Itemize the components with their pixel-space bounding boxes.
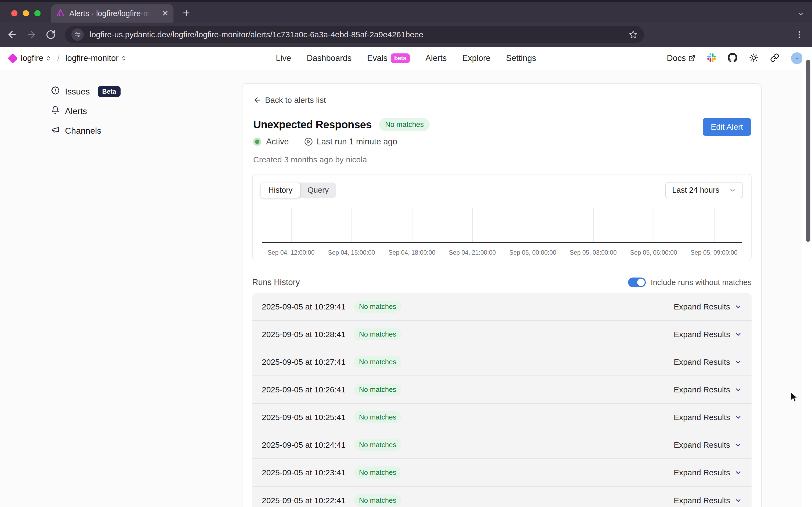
new-tab-button[interactable]: [181, 8, 191, 19]
browser-menu-icon[interactable]: [795, 30, 804, 39]
tab-history[interactable]: History: [261, 182, 300, 198]
browser-tab[interactable]: Alerts · logfire/logfire-monitor ✕: [51, 4, 173, 22]
project-selector[interactable]: logfire-monitor: [65, 53, 127, 63]
nav-alerts[interactable]: Alerts: [425, 53, 446, 63]
expand-results-button[interactable]: Expand Results: [674, 496, 742, 505]
sidebar-beta-badge: Beta: [98, 86, 120, 97]
chevrons-up-down-icon: [45, 55, 51, 61]
nav-label: Settings: [506, 53, 536, 63]
minimize-window-button[interactable]: [23, 10, 29, 16]
maximize-window-button[interactable]: [34, 10, 41, 16]
tab-close-icon[interactable]: ✕: [162, 9, 169, 17]
run-match-badge: No matches: [354, 300, 401, 313]
tab-search-icon[interactable]: [797, 10, 805, 19]
browser-tab-strip: Alerts · logfire/logfire-monitor ✕: [0, 0, 812, 22]
url-text: logfire-us.pydantic.dev/logfire/logfire-…: [90, 30, 629, 39]
nav-beta-badge: beta: [391, 53, 410, 63]
user-avatar[interactable]: -: [791, 52, 803, 64]
theme-sun-icon[interactable]: [749, 53, 758, 63]
window-controls: [11, 10, 41, 16]
expand-results-button[interactable]: Expand Results: [674, 468, 742, 477]
chart-gridline: [714, 208, 714, 242]
expand-results-label: Expand Results: [674, 496, 730, 505]
chart-tick-label: Sep 05, 09:00:00: [690, 249, 737, 256]
edit-alert-button[interactable]: Edit Alert: [703, 118, 751, 136]
run-match-badge: No matches: [354, 384, 401, 396]
forward-button[interactable]: [24, 27, 39, 42]
expand-results-button[interactable]: Expand Results: [674, 413, 742, 422]
expand-results-label: Expand Results: [674, 330, 730, 339]
nav-evals[interactable]: Evalsbeta: [367, 53, 410, 63]
include-runs-toggle[interactable]: [628, 278, 646, 287]
match-status-badge: No matches: [379, 118, 430, 131]
created-by-text: Created 3 months ago by nicola: [253, 155, 367, 164]
org-selector[interactable]: logfire: [21, 53, 51, 63]
expand-results-button[interactable]: Expand Results: [674, 385, 742, 394]
breadcrumb-separator: /: [57, 54, 59, 63]
runs-chart: [262, 208, 742, 243]
slack-icon[interactable]: [707, 53, 716, 63]
expand-results-button[interactable]: Expand Results: [674, 440, 742, 450]
alert-title: Unexpected Responses: [253, 119, 372, 131]
run-match-badge: No matches: [354, 328, 401, 340]
toggle-knob: [637, 279, 645, 286]
app-header: logfire / logfire-monitor LiveDashboards…: [0, 47, 812, 70]
time-range-dropdown[interactable]: Last 24 hours: [665, 182, 743, 199]
docs-label: Docs: [667, 53, 686, 63]
nav-label: Alerts: [425, 53, 446, 63]
nav-label: Explore: [463, 53, 491, 63]
run-row: 2025-09-05 at 10:22:41No matchesExpand R…: [252, 487, 752, 507]
toggle-label: Include runs without matches: [651, 278, 752, 287]
sidebar-item-issues[interactable]: IssuesBeta: [51, 86, 120, 98]
nav-live[interactable]: Live: [276, 53, 291, 63]
chevron-down-icon: [735, 413, 742, 421]
share-link-icon[interactable]: [770, 53, 779, 63]
run-timestamp: 2025-09-05 at 10:28:41: [262, 330, 345, 339]
back-to-alerts-link[interactable]: Back to alerts list: [253, 96, 326, 105]
url-bar[interactable]: logfire-us.pydantic.dev/logfire/logfire-…: [65, 26, 644, 43]
time-range-value: Last 24 hours: [672, 186, 719, 194]
header-actions: Docs -: [667, 52, 803, 64]
external-link-icon: [689, 55, 696, 62]
reload-button[interactable]: [44, 27, 58, 42]
last-run: Last run 1 minute ago: [304, 137, 397, 147]
expand-results-button[interactable]: Expand Results: [674, 357, 742, 367]
close-window-button[interactable]: [11, 10, 17, 16]
logfire-logo-icon[interactable]: [7, 53, 18, 63]
expand-results-label: Expand Results: [674, 413, 730, 422]
bookmark-star-icon[interactable]: [629, 30, 638, 39]
tab-query[interactable]: Query: [300, 182, 336, 198]
docs-link[interactable]: Docs: [667, 53, 696, 63]
chevron-down-icon: [729, 187, 736, 194]
chart-x-axis-ticks: Sep 04, 12:00:00Sep 04, 15:00:00Sep 04, …: [262, 249, 742, 257]
run-row: 2025-09-05 at 10:23:41No matchesExpand R…: [252, 459, 752, 487]
scrollbar-thumb[interactable]: [806, 60, 810, 242]
sidebar-item-channels[interactable]: Channels: [51, 124, 120, 137]
back-button[interactable]: [5, 27, 19, 42]
nav-settings[interactable]: Settings: [506, 53, 536, 63]
run-match-badge: No matches: [354, 466, 401, 478]
nav-explore[interactable]: Explore: [463, 53, 491, 63]
runs-list: 2025-09-05 at 10:29:41No matchesExpand R…: [252, 293, 752, 507]
run-match-badge: No matches: [354, 411, 401, 423]
active-status-dot: [253, 138, 261, 146]
github-icon[interactable]: [728, 53, 737, 64]
breadcrumb: logfire / logfire-monitor: [9, 53, 127, 63]
expand-results-button[interactable]: Expand Results: [674, 330, 742, 339]
chart-tick-label: Sep 04, 18:00:00: [388, 249, 435, 256]
run-timestamp: 2025-09-05 at 10:25:41: [262, 413, 345, 422]
chevron-down-icon: [735, 331, 742, 338]
sidebar-item-alerts[interactable]: Alerts: [51, 105, 120, 117]
sidebar-item-label: Alerts: [65, 106, 87, 116]
site-settings-icon[interactable]: [71, 29, 84, 41]
chart-gridline: [291, 208, 291, 242]
chevrons-up-down-icon: [121, 55, 127, 61]
run-timestamp: 2025-09-05 at 10:29:41: [262, 302, 345, 311]
history-query-tabs: HistoryQuery: [261, 182, 336, 198]
chevron-down-icon: [735, 497, 742, 504]
alert-detail-card: Back to alerts list Unexpected Responses…: [242, 83, 762, 507]
runs-history-title: Runs History: [252, 278, 300, 287]
nav-dashboards[interactable]: Dashboards: [307, 53, 351, 63]
back-link-label: Back to alerts list: [265, 96, 326, 105]
expand-results-button[interactable]: Expand Results: [674, 302, 742, 311]
